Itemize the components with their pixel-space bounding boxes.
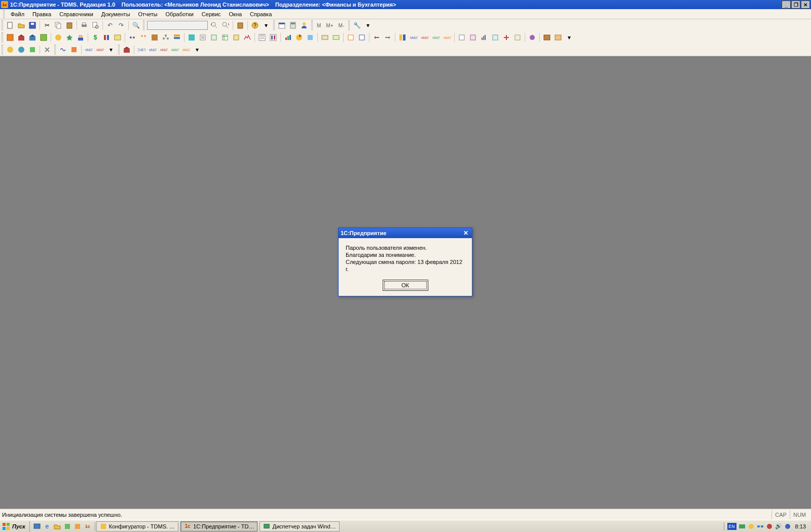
ql-show-desktop-icon[interactable] bbox=[32, 522, 42, 531]
module-icon-21[interactable] bbox=[242, 32, 252, 43]
module-icon-39[interactable] bbox=[468, 32, 478, 43]
toolbar-handle[interactable] bbox=[2, 32, 3, 43]
dialog-close-icon[interactable]: ✕ bbox=[462, 229, 470, 237]
tray-icon-4[interactable] bbox=[765, 522, 773, 530]
module-icon-46[interactable] bbox=[553, 32, 563, 43]
module-icon-14[interactable] bbox=[161, 32, 171, 43]
memory-mminus-button[interactable]: M- bbox=[336, 20, 347, 30]
module-icon-31[interactable] bbox=[372, 32, 382, 43]
ql-icon-5[interactable] bbox=[73, 522, 82, 531]
module-icon-17[interactable] bbox=[198, 32, 208, 43]
find-next-icon[interactable] bbox=[220, 20, 231, 30]
close-button[interactable]: ✕ bbox=[801, 1, 810, 9]
undo-icon[interactable]: ↶ bbox=[105, 20, 115, 30]
dropdown-icon[interactable]: ▾ bbox=[192, 45, 202, 55]
module-icon-10[interactable] bbox=[113, 32, 123, 43]
menu-windows[interactable]: Окна bbox=[225, 10, 246, 18]
module-icon-5[interactable] bbox=[53, 32, 63, 43]
module-icon-32[interactable] bbox=[383, 32, 393, 43]
extra-icon-3[interactable] bbox=[27, 45, 38, 55]
toolbar-handle[interactable] bbox=[54, 45, 56, 55]
module-icon-23[interactable] bbox=[268, 32, 278, 43]
find-prev-icon[interactable] bbox=[209, 20, 219, 30]
module-icon-6[interactable] bbox=[64, 32, 75, 43]
dropdown-icon[interactable]: ▾ bbox=[106, 45, 116, 55]
find-icon[interactable]: 🔍 bbox=[131, 20, 141, 30]
menu-file[interactable]: Файл bbox=[7, 10, 28, 18]
print-preview-icon[interactable] bbox=[90, 20, 100, 30]
module-icon-45[interactable] bbox=[542, 32, 552, 43]
module-icon-38[interactable] bbox=[457, 32, 467, 43]
toolbar-handle[interactable] bbox=[348, 20, 350, 30]
tray-icon-2[interactable] bbox=[747, 522, 755, 530]
extra-icon-1[interactable] bbox=[5, 45, 15, 55]
ql-1c-icon[interactable]: 1с bbox=[83, 522, 92, 531]
redo-icon[interactable]: ↷ bbox=[116, 20, 126, 30]
extra-icon-9[interactable] bbox=[122, 45, 132, 55]
extra-icon-13[interactable]: НАКЛ bbox=[170, 45, 180, 55]
menu-directories[interactable]: Справочники bbox=[55, 10, 97, 18]
menu-help[interactable]: Справка bbox=[246, 10, 276, 18]
dropdown-icon[interactable]: ▾ bbox=[261, 20, 271, 30]
module-icon-15[interactable] bbox=[172, 32, 182, 43]
toolbar-handle[interactable] bbox=[143, 20, 144, 30]
ql-explorer-icon[interactable] bbox=[53, 522, 62, 531]
cut-icon[interactable]: ✂ bbox=[42, 20, 52, 30]
module-icon-40[interactable] bbox=[479, 32, 489, 43]
ok-button[interactable]: ОК bbox=[383, 280, 428, 291]
extra-icon-14[interactable]: НАКЛ bbox=[181, 45, 191, 55]
calculator-icon[interactable] bbox=[288, 20, 298, 30]
calendar-icon[interactable] bbox=[277, 20, 287, 30]
module-icon-4[interactable] bbox=[39, 32, 49, 43]
module-icon-19[interactable] bbox=[220, 32, 230, 43]
module-icon-43[interactable] bbox=[512, 32, 523, 43]
settings-icon[interactable]: 🔧 bbox=[352, 20, 362, 30]
extra-icon-12[interactable]: НАКЛ bbox=[159, 45, 169, 55]
tray-icon-1[interactable] bbox=[738, 522, 746, 530]
copy-icon[interactable] bbox=[53, 20, 63, 30]
module-icon-25[interactable] bbox=[294, 32, 304, 43]
module-icon-18[interactable] bbox=[209, 32, 219, 43]
module-icon-41[interactable] bbox=[490, 32, 500, 43]
extra-icon-2[interactable] bbox=[16, 45, 26, 55]
dropdown-icon[interactable]: ▾ bbox=[363, 20, 373, 30]
menu-edit[interactable]: Правка bbox=[28, 10, 55, 18]
menu-service[interactable]: Сервис bbox=[198, 10, 225, 18]
print-icon[interactable] bbox=[79, 20, 89, 30]
module-icon-3[interactable] bbox=[27, 32, 38, 43]
toolbar-handle[interactable] bbox=[273, 20, 275, 30]
tray-volume-icon[interactable]: 🔊 bbox=[775, 522, 783, 530]
start-button[interactable]: Пуск bbox=[0, 521, 30, 532]
module-icon-2[interactable] bbox=[16, 32, 26, 43]
menu-reports[interactable]: Отчеты bbox=[134, 10, 162, 18]
module-icon-36[interactable]: НАКЛ bbox=[431, 32, 441, 43]
restore-button[interactable]: ❐ bbox=[791, 1, 800, 9]
module-icon-13[interactable] bbox=[150, 32, 160, 43]
tray-icon-6[interactable] bbox=[784, 522, 792, 530]
module-icon-37[interactable]: НАКЛ bbox=[442, 32, 452, 43]
module-icon-30[interactable] bbox=[357, 32, 367, 43]
menu-documents[interactable]: Документы bbox=[97, 10, 134, 18]
menu-processing[interactable]: Обработки bbox=[162, 10, 198, 18]
toolbar-handle[interactable] bbox=[2, 45, 3, 55]
toolbar-handle[interactable] bbox=[2, 20, 3, 30]
module-icon-34[interactable]: НАКЛ bbox=[409, 32, 419, 43]
user-icon[interactable] bbox=[299, 20, 309, 30]
extra-icon-4[interactable] bbox=[42, 45, 52, 55]
toolbar-handle[interactable] bbox=[118, 45, 120, 55]
extra-icon-11[interactable]: НАКЛ bbox=[148, 45, 158, 55]
tray-network-icon[interactable] bbox=[756, 522, 764, 530]
clipboard-icon[interactable] bbox=[235, 20, 245, 30]
extra-icon-5[interactable] bbox=[58, 45, 68, 55]
new-icon[interactable] bbox=[5, 20, 15, 30]
taskbar-task-taskmgr[interactable]: Диспетчер задач Wind… bbox=[260, 521, 339, 531]
open-icon[interactable] bbox=[16, 20, 26, 30]
dropdown-icon[interactable]: ▾ bbox=[564, 32, 574, 43]
minimize-button[interactable]: _ bbox=[782, 1, 791, 9]
module-icon-29[interactable] bbox=[346, 32, 356, 43]
menubar-handle[interactable] bbox=[3, 10, 5, 18]
search-combo[interactable] bbox=[147, 21, 208, 30]
toolbar-handle[interactable] bbox=[311, 20, 313, 30]
module-icon-35[interactable]: НАКЛ bbox=[420, 32, 430, 43]
module-icon-1[interactable] bbox=[5, 32, 15, 43]
